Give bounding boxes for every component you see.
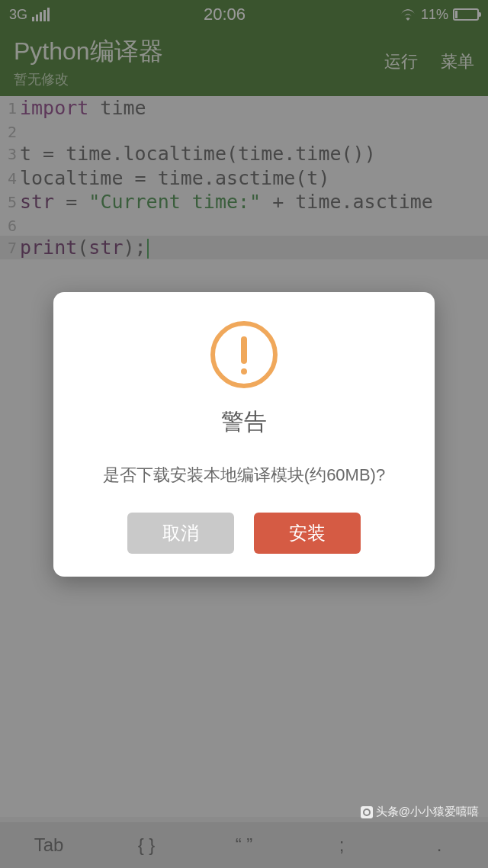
watermark: 头条@小小猿爱嘻嘻: [361, 805, 479, 819]
install-button[interactable]: 安装: [254, 513, 361, 554]
dialog-message: 是否下载安装本地编译模块(约60MB)?: [76, 464, 412, 487]
warning-dialog: 警告 是否下载安装本地编译模块(约60MB)? 取消 安装: [53, 292, 435, 577]
warning-icon: [210, 321, 278, 388]
watermark-text: 头条@小小猿爱嘻嘻: [376, 805, 479, 819]
watermark-icon: [361, 806, 373, 818]
dialog-title: 警告: [76, 407, 412, 438]
cancel-button[interactable]: 取消: [127, 513, 234, 554]
modal-overlay[interactable]: 警告 是否下载安装本地编译模块(约60MB)? 取消 安装 头条@小小猿爱嘻嘻: [0, 0, 488, 868]
